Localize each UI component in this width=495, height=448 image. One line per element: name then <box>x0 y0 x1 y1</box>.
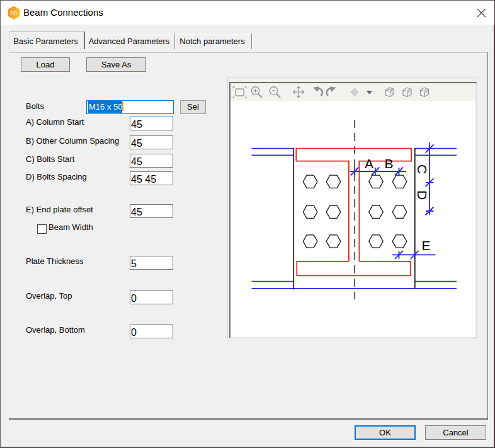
svg-text:D: D <box>415 190 430 200</box>
svg-text:E: E <box>421 238 430 253</box>
svg-text:BD: BD <box>10 10 18 16</box>
svg-text:C: C <box>415 164 430 174</box>
svg-text:B: B <box>384 156 393 171</box>
svg-text:A: A <box>365 156 373 171</box>
